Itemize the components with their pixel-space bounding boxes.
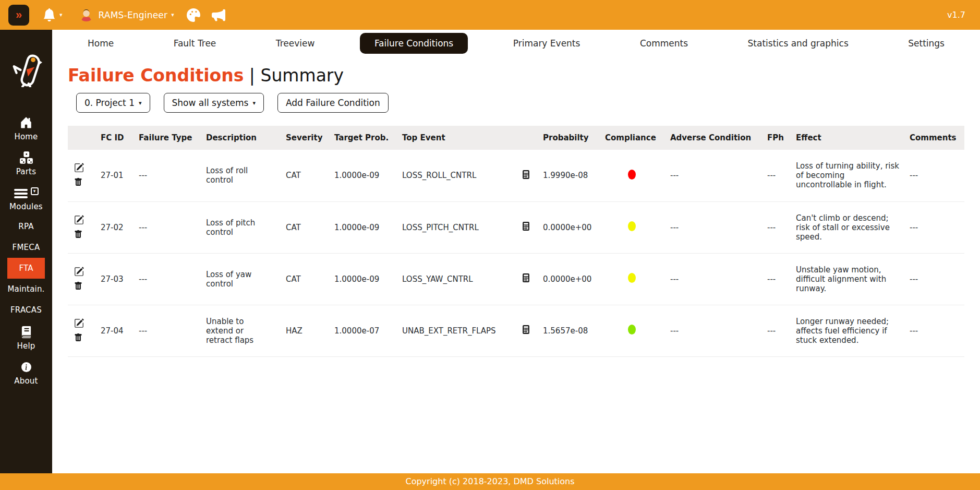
edit-row-button[interactable] bbox=[74, 267, 84, 278]
project-select-dropdown[interactable]: 0. Project 1 ▾ bbox=[76, 93, 150, 113]
tab-primary-events[interactable]: Primary Events bbox=[499, 33, 595, 54]
sidebar-item-modules[interactable]: ▾Modules bbox=[7, 181, 44, 216]
tab-fault-tree[interactable]: Fault Tree bbox=[159, 33, 231, 54]
sidebar-item-label: FRACAS bbox=[10, 305, 42, 315]
sidebar-item-label: FTA bbox=[19, 264, 33, 273]
palette-icon[interactable] bbox=[187, 8, 200, 22]
sidebar-item-fta[interactable]: FTA bbox=[7, 258, 44, 279]
sidebar-item-maintain[interactable]: Maintain. bbox=[7, 279, 44, 300]
tab-settings[interactable]: Settings bbox=[893, 33, 959, 54]
pencil-square-icon bbox=[74, 219, 84, 226]
calculator-icon bbox=[522, 173, 530, 181]
caret-down-icon: ▾ bbox=[139, 100, 142, 106]
modules-icon: ▾ bbox=[14, 186, 39, 199]
target-probability: 1.0000e-09 bbox=[334, 253, 402, 305]
tab-statistics-and-graphics[interactable]: Statistics and graphics bbox=[733, 33, 863, 54]
user-avatar[interactable] bbox=[79, 8, 93, 22]
column-header-icon-7 bbox=[522, 126, 543, 150]
calculate-probability-button[interactable] bbox=[522, 222, 530, 232]
target-probability: 1.0000e-09 bbox=[334, 201, 402, 253]
severity: CAT bbox=[286, 150, 334, 201]
delete-row-button[interactable] bbox=[74, 333, 82, 343]
footer: Copyright (c) 2018-2023, DMD Solutions bbox=[0, 473, 980, 490]
adverse-condition: --- bbox=[670, 305, 767, 356]
delete-row-button[interactable] bbox=[74, 282, 82, 292]
delete-row-button[interactable] bbox=[74, 178, 82, 188]
sidebar-item-label: Help bbox=[17, 341, 35, 351]
caret-down-icon[interactable]: ▾ bbox=[171, 11, 174, 18]
top-event: LOSS_ROLL_CNTRL bbox=[402, 150, 522, 201]
effect: Unstable yaw motion, difficult alignment… bbox=[796, 253, 910, 305]
tab-treeview[interactable]: Treeview bbox=[261, 33, 330, 54]
page-title-subtitle: Summary bbox=[260, 65, 343, 86]
tab-comments[interactable]: Comments bbox=[625, 33, 703, 54]
failure-type: --- bbox=[139, 305, 206, 356]
sidebar-item-label: Home bbox=[14, 132, 38, 141]
table-header-row: FC IDFailure TypeDescriptionSeverityTarg… bbox=[68, 126, 964, 150]
caret-down-icon[interactable]: ▾ bbox=[59, 11, 63, 18]
sidebar-item-fracas[interactable]: FRACAS bbox=[7, 300, 44, 320]
compliance-dot bbox=[628, 273, 636, 283]
sidebar-item-home[interactable]: Home bbox=[7, 111, 44, 146]
sidebar-item-label: Maintain. bbox=[7, 284, 44, 294]
tab-home[interactable]: Home bbox=[73, 33, 128, 54]
systems-filter-dropdown[interactable]: Show all systems ▾ bbox=[164, 93, 264, 113]
column-header-adverse-condition: Adverse Condition bbox=[670, 126, 767, 150]
severity: CAT bbox=[286, 201, 334, 253]
parts-icon bbox=[19, 151, 33, 164]
trash-icon bbox=[74, 180, 82, 188]
description: Loss of pitch control bbox=[206, 201, 286, 253]
fph: --- bbox=[767, 150, 796, 201]
sidebar-item-help[interactable]: Help bbox=[7, 320, 44, 355]
failure-type: --- bbox=[139, 150, 206, 201]
table-row: 27-03 --- Loss of yaw control CAT 1.0000… bbox=[68, 253, 964, 305]
edit-row-button[interactable] bbox=[74, 163, 84, 174]
fc-id: 27-04 bbox=[101, 305, 139, 356]
column-header-top-event: Top Event bbox=[402, 126, 522, 150]
calculate-probability-button[interactable] bbox=[522, 325, 530, 336]
effect: Loss of turning ability, risk of becomin… bbox=[796, 150, 910, 201]
megaphone-icon[interactable] bbox=[212, 8, 225, 22]
home-icon bbox=[20, 116, 32, 129]
sidebar-item-label: Parts bbox=[16, 167, 36, 176]
delete-row-button[interactable] bbox=[74, 230, 82, 240]
adverse-condition: --- bbox=[670, 201, 767, 253]
user-name[interactable]: RAMS-Engineer bbox=[99, 10, 168, 20]
fc-id: 27-03 bbox=[101, 253, 139, 305]
app-version: v1.7 bbox=[947, 10, 965, 20]
calculate-probability-button[interactable] bbox=[522, 273, 530, 284]
top-event: UNAB_EXT_RETR_FLAPS bbox=[402, 305, 522, 356]
sidebar-item-parts[interactable]: Parts bbox=[7, 146, 44, 181]
tab-failure-conditions[interactable]: Failure Conditions bbox=[360, 33, 468, 54]
add-failure-condition-button[interactable]: Add Failure Condition bbox=[277, 93, 389, 113]
severity: HAZ bbox=[286, 305, 334, 356]
sidebar-item-fmeca[interactable]: FMECA bbox=[7, 237, 44, 258]
description: Loss of yaw control bbox=[206, 253, 286, 305]
comments: --- bbox=[910, 253, 964, 305]
fph: --- bbox=[767, 253, 796, 305]
failure-conditions-table: FC IDFailure TypeDescriptionSeverityTarg… bbox=[68, 126, 964, 357]
sidebar-item-about[interactable]: About bbox=[7, 355, 44, 390]
edit-row-button[interactable] bbox=[74, 215, 84, 226]
column-header-effect: Effect bbox=[796, 126, 910, 150]
probability: 0.0000e+00 bbox=[543, 253, 605, 305]
sidebar: HomeParts▾ModulesRPAFMECAFTAMaintain.FRA… bbox=[0, 30, 52, 473]
effect: Longer runway needed; affects fuel effic… bbox=[796, 305, 910, 356]
column-header-description: Description bbox=[206, 126, 286, 150]
notifications-bell-icon[interactable] bbox=[43, 8, 56, 21]
comments: --- bbox=[910, 201, 964, 253]
calculate-probability-button[interactable] bbox=[522, 170, 530, 181]
sidebar-item-rpa[interactable]: RPA bbox=[7, 216, 44, 237]
table-row: 27-04 --- Unable to extend or retract fl… bbox=[68, 305, 964, 356]
column-header-fph: FPh bbox=[767, 126, 796, 150]
compliance-dot bbox=[628, 170, 636, 180]
trash-icon bbox=[74, 336, 82, 343]
comments: --- bbox=[910, 150, 964, 201]
probability: 0.0000e+00 bbox=[543, 201, 605, 253]
main-content: HomeFault TreeTreeviewFailure Conditions… bbox=[52, 30, 980, 473]
edit-row-button[interactable] bbox=[74, 318, 84, 330]
caret-down-icon: ▾ bbox=[252, 100, 256, 106]
sidebar-expand-button[interactable]: » bbox=[8, 5, 29, 26]
app-logo-bird-icon[interactable] bbox=[10, 53, 42, 89]
column-header-icon-0 bbox=[68, 126, 101, 150]
